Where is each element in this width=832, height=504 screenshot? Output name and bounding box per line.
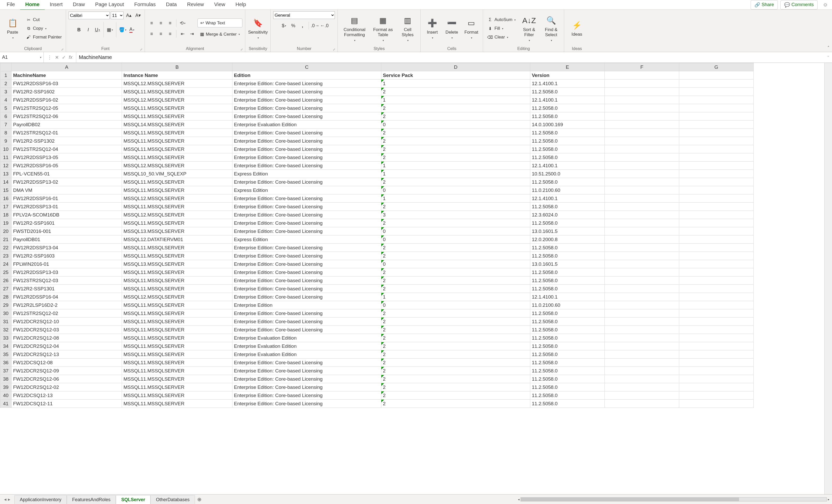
menu-tab-help[interactable]: Help <box>230 0 251 10</box>
align-bottom-button[interactable]: ≡ <box>166 19 174 27</box>
name-box[interactable]: A1▾ <box>0 52 44 63</box>
row-header[interactable]: 6 <box>0 112 11 120</box>
cell[interactable] <box>605 400 679 408</box>
cell[interactable]: 0 <box>381 235 530 244</box>
cell[interactable]: 12.1.4100.1 <box>530 194 605 203</box>
cell[interactable]: Enterprise Edition: Core-based Licensing <box>232 88 381 96</box>
cell[interactable]: 11.2.5058.0 <box>530 383 605 391</box>
cell[interactable]: 13.0.1601.5 <box>530 260 605 268</box>
cell[interactable]: 2 <box>381 342 530 351</box>
cell[interactable]: Enterprise Edition: Core-based Licensing <box>232 96 381 104</box>
cell[interactable] <box>605 391 679 400</box>
dialog-launcher-icon[interactable]: ⤢ <box>240 48 243 51</box>
cell[interactable] <box>679 112 754 120</box>
cell[interactable]: Enterprise Edition: Core-based Licensing <box>232 211 381 219</box>
cell[interactable] <box>605 96 679 104</box>
select-all-corner[interactable] <box>0 63 11 71</box>
cell[interactable] <box>605 211 679 219</box>
row-header[interactable]: 28 <box>0 293 11 301</box>
row-header[interactable]: 36 <box>0 359 11 367</box>
cell[interactable]: PayrollDB02 <box>11 120 122 129</box>
align-right-button[interactable]: ≡ <box>166 30 174 38</box>
row-header[interactable]: 26 <box>0 277 11 285</box>
cell[interactable]: 3 <box>381 211 530 219</box>
cell[interactable]: MSSQL11.MSSQLSERVER <box>122 301 232 309</box>
cell[interactable]: Enterprise Edition: Core-based Licensing <box>232 162 381 170</box>
cell[interactable] <box>605 120 679 129</box>
cell[interactable]: MSSQL11.MSSQLSERVER <box>122 252 232 260</box>
cell[interactable]: Service Pack <box>381 71 530 80</box>
cell[interactable] <box>679 391 754 400</box>
cell[interactable]: MSSQL11.MSSQLSERVER <box>122 285 232 293</box>
cell[interactable]: 11.2.5058.0 <box>530 334 605 342</box>
row-header[interactable]: 38 <box>0 375 11 383</box>
cell[interactable]: FPLWIN2016-01 <box>11 260 122 268</box>
cell[interactable]: MSSQL11.MSSQLSERVER <box>122 145 232 153</box>
cell[interactable] <box>679 178 754 186</box>
cell[interactable] <box>605 342 679 351</box>
menu-tab-data[interactable]: Data <box>161 0 182 10</box>
increase-indent-button[interactable]: ⇥ <box>188 30 196 38</box>
cell[interactable]: 1 <box>381 162 530 170</box>
cell[interactable]: 2 <box>381 112 530 120</box>
cell[interactable]: FW12DCSQ12-08 <box>11 359 122 367</box>
cell[interactable] <box>679 334 754 342</box>
font-color-button[interactable]: A▾ <box>128 26 136 34</box>
row-header[interactable]: 40 <box>0 391 11 400</box>
cell[interactable]: MSSQL12.MSSQLSERVER <box>122 211 232 219</box>
cell[interactable]: MSSQL12.MSSQLSERVER <box>122 96 232 104</box>
cell[interactable]: 2 <box>381 203 530 211</box>
cell[interactable] <box>605 293 679 301</box>
cell[interactable] <box>605 309 679 317</box>
cell[interactable]: 0 <box>381 227 530 235</box>
cell[interactable]: Enterprise Edition: Core-based Licensing <box>232 391 381 400</box>
cell[interactable]: Enterprise Edition: Core-based Licensing <box>232 400 381 408</box>
scroll-left-icon[interactable]: ◂ <box>518 498 519 501</box>
cell[interactable] <box>605 162 679 170</box>
cell[interactable]: 14.0.1000.169 <box>530 120 605 129</box>
cell[interactable]: Enterprise Evaluation Edition <box>232 334 381 342</box>
cell[interactable] <box>679 120 754 129</box>
cell[interactable]: Enterprise Edition: Core-based Licensing <box>232 194 381 203</box>
cell[interactable] <box>605 326 679 334</box>
cell[interactable]: FW12R2DSSP16-02 <box>11 96 122 104</box>
cell[interactable] <box>605 71 679 80</box>
row-header[interactable]: 25 <box>0 268 11 277</box>
cell[interactable]: 11.2.5058.0 <box>530 137 605 145</box>
cell[interactable]: MSSQL11.MSSQLSERVER <box>122 309 232 317</box>
row-header[interactable]: 8 <box>0 129 11 137</box>
cell[interactable] <box>605 260 679 268</box>
horizontal-scrollbar[interactable] <box>521 497 827 501</box>
cell[interactable] <box>605 129 679 137</box>
cell[interactable]: 0 <box>381 186 530 194</box>
cell[interactable]: 11.2.5058.0 <box>530 309 605 317</box>
cell[interactable]: Enterprise Edition: Core-based Licensing <box>232 203 381 211</box>
cell[interactable]: FW12DCR2SQ12-09 <box>11 367 122 375</box>
cell[interactable]: 2 <box>381 309 530 317</box>
cell[interactable]: Enterprise Evaluation Edition <box>232 342 381 351</box>
cell[interactable] <box>605 112 679 120</box>
cell[interactable] <box>679 277 754 285</box>
cell[interactable] <box>679 285 754 293</box>
ideas-button[interactable]: ⚡Ideas <box>567 13 587 44</box>
cell[interactable]: 12.1.4100.1 <box>530 293 605 301</box>
cell[interactable]: Enterprise Edition: Core-based Licensing <box>232 104 381 112</box>
cell[interactable]: FW12DCSQ12-11 <box>11 400 122 408</box>
cell[interactable] <box>679 129 754 137</box>
cell[interactable] <box>679 186 754 194</box>
find-select-button[interactable]: 🔍Find & Select▾ <box>541 13 561 44</box>
cell[interactable]: 2 <box>381 351 530 359</box>
cell[interactable]: MSSQL11.MSSQLSERVER <box>122 129 232 137</box>
cell[interactable]: MSSQL11.MSSQLSERVER <box>122 367 232 375</box>
dialog-launcher-icon[interactable]: ⤢ <box>333 48 335 51</box>
cell[interactable]: 12.0.2000.8 <box>530 235 605 244</box>
cell[interactable]: MSSQL11.MSSQLSERVER <box>122 153 232 162</box>
cell[interactable]: MSSQL11.MSSQLSERVER <box>122 326 232 334</box>
cell[interactable] <box>605 317 679 326</box>
cell[interactable]: Enterprise Edition: Core-based Licensing <box>232 277 381 285</box>
sensitivity-button[interactable]: 🔖Sensitivity▾ <box>248 13 268 44</box>
cell[interactable]: MSSQL11.MSSQLSERVER <box>122 383 232 391</box>
cell[interactable]: 2 <box>381 359 530 367</box>
comments-button[interactable]: 💬Comments <box>780 0 817 9</box>
dots-icon[interactable]: ⋮ <box>47 55 52 60</box>
